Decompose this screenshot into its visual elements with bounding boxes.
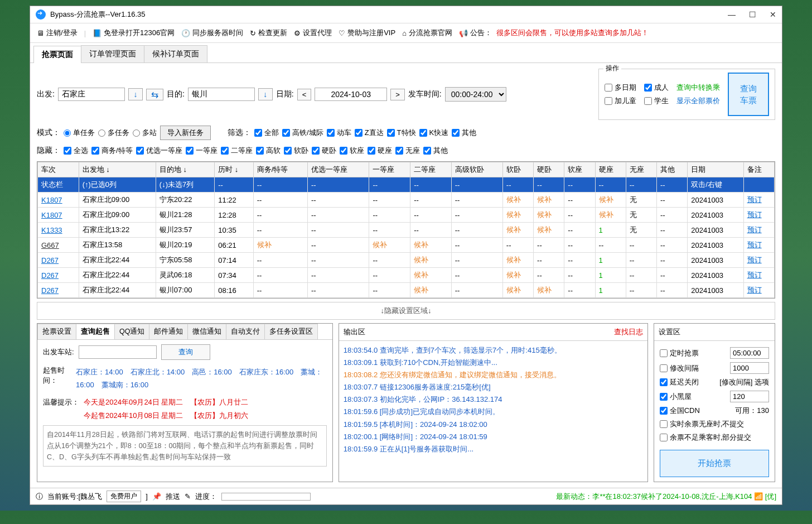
interval-input[interactable]: [730, 362, 769, 374]
col-header[interactable]: 其他: [657, 162, 688, 177]
hide-sw[interactable]: 商务/特等: [91, 146, 133, 156]
col-header[interactable]: 软卧: [502, 162, 533, 177]
subtab-qq[interactable]: QQ通知: [114, 324, 149, 339]
import-task-button[interactable]: 导入新任务: [160, 126, 211, 140]
multidate-checkbox[interactable]: 多日期: [605, 83, 636, 93]
hide-yx[interactable]: 优选一等座: [136, 146, 182, 156]
table-row[interactable]: D267石家庄北22:44宁东05:5807:14------候补--候补---…: [38, 253, 775, 268]
set-nowz-nosubmit[interactable]: 实时余票无座时,不提交: [660, 419, 745, 429]
hide-ed[interactable]: 二等座: [221, 146, 253, 156]
minimize-button[interactable]: —: [728, 10, 736, 19]
filter-other[interactable]: 其他: [452, 128, 476, 138]
vip-button[interactable]: ♡赞助与注册VIP: [336, 27, 398, 39]
filter-gc[interactable]: 高铁/城际: [282, 128, 323, 138]
hide-settings-toggle[interactable]: ↓隐藏设置区域↓: [37, 302, 775, 320]
hide-yw[interactable]: 硬卧: [312, 146, 336, 156]
time-select[interactable]: 00:00-24:00: [445, 87, 506, 102]
mode-single-radio[interactable]: 单任务: [64, 128, 95, 138]
tab-orders[interactable]: 订单管理页面: [81, 45, 144, 63]
timed-grab-input[interactable]: [730, 347, 769, 359]
check-update-button[interactable]: ↻检查更新: [248, 27, 289, 39]
mode-multistation-radio[interactable]: 多站: [133, 128, 157, 138]
set-interval[interactable]: 修改间隔: [660, 363, 699, 373]
subtab-sale-query[interactable]: 查询起售: [76, 324, 115, 339]
col-header[interactable]: 硬座: [595, 162, 626, 177]
col-header[interactable]: 历时 ↓: [215, 162, 254, 177]
blackroom-input[interactable]: [730, 391, 769, 402]
col-header[interactable]: 车次: [38, 162, 79, 177]
show-price-link[interactable]: 显示全部票价: [676, 96, 720, 106]
col-header[interactable]: 高级软卧: [451, 162, 502, 177]
set-timed-grab[interactable]: 定时抢票: [660, 348, 699, 358]
hide-rz[interactable]: 软座: [340, 146, 364, 156]
col-header[interactable]: 备注: [743, 162, 774, 177]
dest-input[interactable]: [188, 88, 255, 101]
dest-dropdown-icon[interactable]: ↓: [258, 88, 273, 100]
filter-k[interactable]: K快速: [419, 128, 449, 138]
tab-grab[interactable]: 抢票页面: [33, 46, 81, 63]
table-row[interactable]: D267石家庄北22:44灵武06:1807:34------候补--候补---…: [38, 268, 775, 283]
col-header[interactable]: 优选一等座: [307, 162, 369, 177]
sync-time-button[interactable]: 🕐同步服务器时间: [179, 27, 245, 39]
maximize-button[interactable]: ☐: [749, 10, 756, 19]
filter-d[interactable]: 动车: [327, 128, 351, 138]
child-checkbox[interactable]: 加儿童: [605, 96, 636, 106]
table-row[interactable]: G667石家庄13:58银川20:1906:21候补--候补候补--------…: [38, 238, 775, 253]
subtab-autopay[interactable]: 自动支付: [226, 324, 265, 339]
sale-station-input[interactable]: [79, 345, 157, 359]
start-grab-button[interactable]: 开始抢票: [660, 450, 769, 477]
table-row[interactable]: K1333石家庄北13:22银川23:5710:35----------候补候补…: [38, 223, 775, 238]
close-button[interactable]: ✕: [770, 10, 776, 19]
sale-query-button[interactable]: 查询: [161, 344, 210, 360]
official-site-button[interactable]: ⌂分流抢票官网: [400, 27, 455, 39]
proxy-button[interactable]: ⚙设置代理: [292, 27, 334, 39]
col-header[interactable]: 无座: [626, 162, 656, 177]
depart-input[interactable]: [58, 88, 125, 101]
col-header[interactable]: 日期: [688, 162, 743, 177]
set-cdn[interactable]: 全国CDN: [660, 406, 700, 416]
edit-icon[interactable]: ✎: [185, 492, 191, 501]
subtab-mail[interactable]: 邮件通知: [149, 324, 188, 339]
table-row[interactable]: K1807石家庄北09:00银川21:2812:28----------候补候补…: [38, 208, 775, 223]
mode-multi-radio[interactable]: 多任务: [98, 128, 129, 138]
table-row[interactable]: D267石家庄北22:44银川07:0008:16------候补--候补候补-…: [38, 283, 775, 298]
tab-waitlist[interactable]: 候补订单页面: [144, 45, 207, 63]
subtab-multitask[interactable]: 多任务设置区: [264, 324, 318, 339]
date-next-button[interactable]: >: [390, 89, 405, 100]
col-header[interactable]: 一等座: [369, 162, 410, 177]
col-header[interactable]: 商务/特等: [253, 162, 307, 177]
filter-t[interactable]: T特快: [387, 128, 416, 138]
filter-all[interactable]: 全部: [254, 128, 279, 138]
set-delay-close[interactable]: 延迟关闭: [660, 377, 699, 387]
adult-checkbox[interactable]: 成人: [644, 83, 669, 93]
transfer-link[interactable]: 查询中转换乘: [676, 83, 720, 93]
hide-all[interactable]: 全选: [64, 146, 88, 156]
col-header[interactable]: 目的地 ↓: [156, 162, 214, 177]
set-partial-submit[interactable]: 余票不足乘客时,部分提交: [660, 432, 752, 443]
user-type-badge[interactable]: 免费用户: [107, 491, 141, 502]
view-log-link[interactable]: 查找日志: [614, 327, 643, 337]
date-input[interactable]: [315, 88, 387, 101]
filter-z[interactable]: Z直达: [355, 128, 384, 138]
table-row[interactable]: K1807石家庄北09:00宁东20:2211:22----------候补候补…: [38, 193, 775, 208]
col-header[interactable]: 硬卧: [534, 162, 564, 177]
set-blackroom[interactable]: 小黑屋: [660, 392, 692, 402]
logout-button[interactable]: 🖥注销/登录: [35, 27, 80, 39]
open-12306-button[interactable]: 📘免登录打开12306官网: [90, 27, 177, 39]
col-header[interactable]: 软座: [564, 162, 595, 177]
hide-other[interactable]: 其他: [423, 146, 448, 156]
hide-rw[interactable]: 软卧: [284, 146, 308, 156]
swap-button[interactable]: ⇆: [146, 89, 163, 100]
hide-wz[interactable]: 无座: [395, 146, 420, 156]
subtab-grab-settings[interactable]: 抢票设置: [37, 324, 76, 339]
depart-dropdown-icon[interactable]: ↓: [128, 88, 143, 100]
col-header[interactable]: 二等座: [410, 162, 452, 177]
hide-yz[interactable]: 硬座: [368, 146, 392, 156]
student-checkbox[interactable]: 学生: [644, 96, 669, 106]
col-header[interactable]: 出发地 ↓: [79, 162, 156, 177]
date-prev-button[interactable]: <: [297, 89, 312, 100]
subtab-wechat[interactable]: 微信通知: [187, 324, 226, 339]
hide-yd[interactable]: 一等座: [186, 146, 218, 156]
query-tickets-button[interactable]: 查询车票: [728, 73, 769, 116]
hide-gr[interactable]: 高软: [256, 146, 281, 156]
